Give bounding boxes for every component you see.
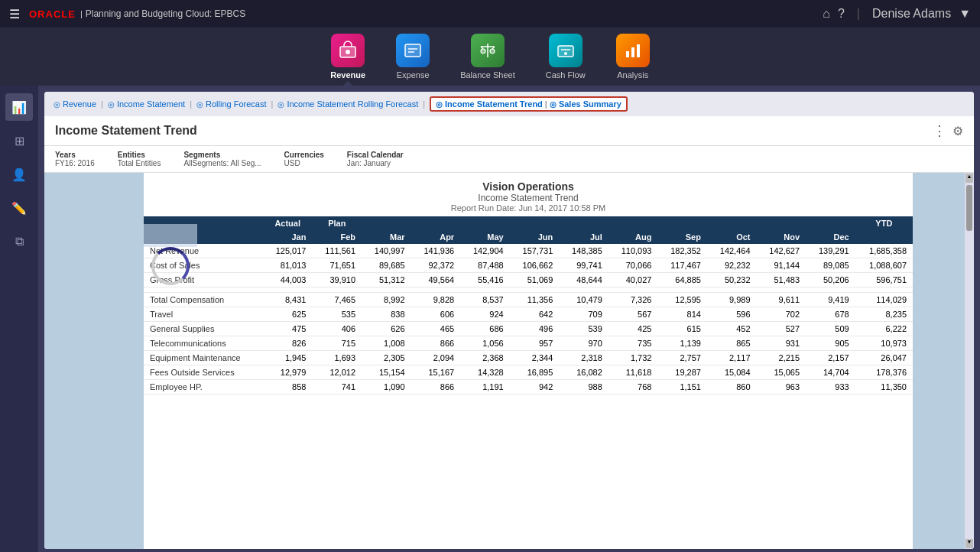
nav-balance-sheet[interactable]: Balance Sheet — [460, 34, 515, 86]
nav-expense[interactable]: Expense — [396, 34, 430, 86]
cell-0-4: 142,904 — [460, 244, 510, 258]
app-icons-bar: Revenue Expense Balance Sheet — [0, 28, 980, 86]
table-row — [144, 287, 913, 293]
expense-icon — [396, 34, 430, 67]
table-scroll-area[interactable]: Vision Operations Income Statement Trend… — [144, 173, 913, 549]
nav-divider: | — [80, 9, 83, 18]
th-jun — [510, 216, 560, 230]
breadcrumb-rolling-label[interactable]: Rolling Forecast — [206, 99, 266, 109]
sidebar-person-icon[interactable]: 👤 — [5, 161, 33, 188]
cell-0-6: 148,385 — [559, 244, 608, 258]
cell-9-2: 15,154 — [362, 365, 411, 380]
more-options-button[interactable]: ⋮ — [933, 122, 946, 139]
filter-currencies: Currencies USD — [284, 151, 324, 167]
breadcrumb-revenue-icon: ◎ — [54, 100, 60, 109]
row-label-3 — [144, 287, 263, 293]
cell-9-6: 16,082 — [559, 365, 608, 380]
cell-3-11 — [806, 287, 855, 293]
revenue-icon — [331, 34, 365, 67]
cell-1-6: 99,741 — [559, 258, 608, 273]
breadcrumb-income-label[interactable]: Income Statement — [117, 99, 185, 109]
cell-1-9: 92,232 — [707, 258, 757, 273]
cell-1-11: 89,085 — [806, 258, 855, 273]
hamburger-menu[interactable]: ☰ — [9, 7, 20, 21]
cell-4-1: 7,465 — [312, 293, 362, 307]
cell-3-12 — [855, 287, 913, 293]
cell-2-7: 40,027 — [608, 273, 658, 287]
sidebar-layers-icon[interactable]: ⧉ — [5, 228, 33, 255]
table-area: Vision Operations Income Statement Trend… — [44, 173, 974, 549]
th-aug — [608, 216, 658, 230]
th-jul — [559, 216, 608, 230]
main-content: 📊 ⊞ 👤 ✏️ ⧉ ◎ Revenue | ◎ Income Statemen… — [0, 86, 980, 552]
cell-2-6: 48,644 — [559, 273, 608, 287]
cell-0-5: 157,731 — [510, 244, 560, 258]
breadcrumb-revenue[interactable]: ◎ Revenue — [54, 99, 96, 109]
cell-2-12: 596,751 — [855, 273, 913, 287]
content-panel: ◎ Revenue | ◎ Income Statement | ◎ Rolli… — [44, 92, 974, 549]
filter-fc-value[interactable]: Jan: January — [347, 159, 404, 167]
cell-1-10: 91,144 — [757, 258, 806, 273]
settings-icon[interactable]: ⚙ — [952, 124, 963, 138]
table-row: Net Revenue125,017111,561140,997141,9361… — [144, 244, 913, 258]
table-body: Net Revenue125,017111,561140,997141,9361… — [144, 244, 913, 395]
cell-2-5: 51,069 — [510, 273, 560, 287]
cell-8-10: 2,215 — [757, 351, 806, 365]
svg-rect-15 — [631, 47, 634, 57]
cell-7-5: 957 — [510, 336, 560, 351]
cell-10-0: 858 — [263, 380, 313, 395]
filter-currencies-value[interactable]: USD — [284, 159, 324, 167]
sidebar-pencil-icon[interactable]: ✏️ — [5, 194, 33, 222]
cell-7-3: 866 — [411, 336, 461, 351]
home-icon[interactable]: ⌂ — [823, 7, 830, 21]
scroll-track — [965, 183, 974, 538]
breadcrumb-ist-label[interactable]: Income Statement Trend — [445, 99, 543, 109]
th-mar — [362, 216, 411, 230]
th-may — [460, 216, 510, 230]
sidebar-grid-icon[interactable]: ⊞ — [5, 127, 33, 154]
nav-separator: | — [857, 7, 860, 21]
sidebar-chart-icon[interactable]: 📊 — [5, 93, 33, 121]
nav-analysis[interactable]: Analysis — [616, 34, 650, 86]
user-name[interactable]: Denise Adams — [872, 7, 951, 21]
th-oct2: Oct — [707, 230, 757, 244]
cell-10-1: 741 — [312, 380, 362, 395]
cell-2-8: 64,885 — [657, 273, 707, 287]
filter-segments-value[interactable]: AllSegments: All Seg... — [183, 159, 261, 167]
breadcrumb-sales-label[interactable]: Sales Summary — [559, 99, 621, 109]
cell-3-4 — [460, 287, 510, 293]
scroll-down-button[interactable]: ▼ — [965, 539, 973, 548]
user-dropdown-icon[interactable]: ▼ — [959, 7, 971, 21]
cell-10-2: 1,090 — [362, 380, 411, 395]
cell-7-4: 1,056 — [460, 336, 510, 351]
breadcrumb-isrf-label[interactable]: Income Statement Rolling Forecast — [287, 99, 418, 109]
breadcrumb-rolling-forecast[interactable]: ◎ Rolling Forecast — [196, 99, 266, 109]
cell-10-7: 768 — [608, 380, 658, 395]
breadcrumb-income-statement[interactable]: ◎ Income Statement — [108, 99, 185, 109]
breadcrumb-rolling-icon: ◎ — [196, 100, 203, 109]
cell-3-1 — [312, 287, 362, 293]
th-apr2: Apr — [411, 230, 461, 244]
filter-years-value[interactable]: FY16: 2016 — [55, 159, 95, 167]
cell-9-9: 15,084 — [707, 365, 757, 380]
cell-5-5: 642 — [510, 307, 560, 322]
breadcrumb-ist[interactable]: ◎ Income Statement Trend — [436, 99, 543, 109]
vertical-scrollbar[interactable]: ▲ ▼ — [965, 173, 974, 549]
breadcrumb-isrf[interactable]: ◎ Income Statement Rolling Forecast — [277, 99, 418, 109]
scroll-up-button[interactable]: ▲ — [965, 174, 973, 183]
th-jul2: Jul — [559, 230, 608, 244]
nav-revenue[interactable]: Revenue — [330, 34, 365, 86]
help-icon[interactable]: ? — [838, 7, 845, 21]
breadcrumb-revenue-label[interactable]: Revenue — [63, 99, 96, 109]
report-subtitle: Income Statement Trend — [144, 193, 913, 203]
cell-6-1: 406 — [312, 322, 362, 336]
cell-7-9: 865 — [707, 336, 757, 351]
cell-5-6: 709 — [559, 307, 608, 322]
nav-cash-flow[interactable]: Cash Flow — [546, 34, 586, 86]
scroll-thumb[interactable] — [966, 185, 972, 231]
breadcrumb-sales-summary[interactable]: ◎ Sales Summary — [550, 99, 621, 109]
cell-8-3: 2,094 — [411, 351, 461, 365]
th-dec — [806, 216, 855, 230]
filter-entities-value[interactable]: Total Entities — [118, 159, 161, 167]
data-table: Actual Plan YTD — [144, 216, 913, 395]
